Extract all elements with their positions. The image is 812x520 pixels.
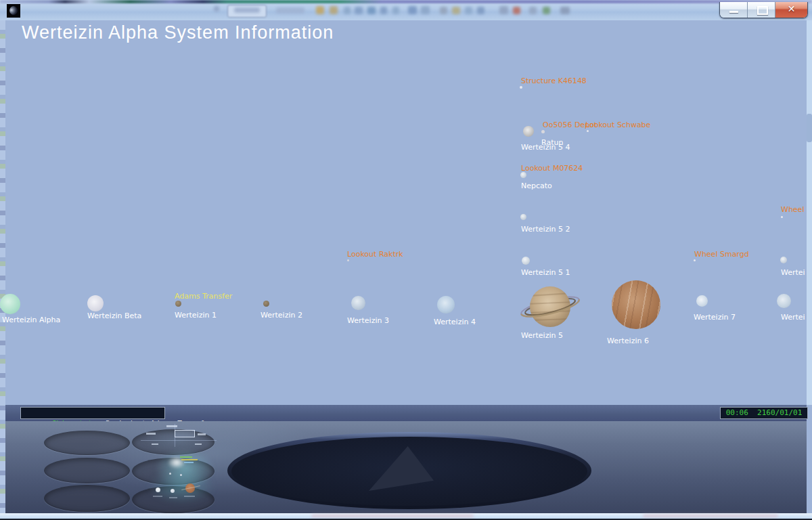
station-label-adams-transfer[interactable]: Adams Transfer <box>175 292 232 301</box>
game-window: ✕ Werteizin Alpha System Information Wer… <box>0 0 812 520</box>
minimize-button[interactable] <box>720 2 748 18</box>
dish-triangle <box>369 446 434 491</box>
station-wheel[interactable] <box>781 216 783 218</box>
station-label-lookout-schwabe[interactable]: Lookout Schwabe <box>585 121 650 129</box>
body-werteizin-7[interactable] <box>696 295 708 307</box>
body-label: Werteizin 4 <box>434 318 476 326</box>
body-label: Werteizin 3 <box>347 316 389 325</box>
background-window-left-edge <box>0 20 5 513</box>
station-label-wheel-smargd[interactable]: Wheel Smargd <box>694 250 749 259</box>
body-label: Werteizin 1 <box>175 311 217 320</box>
console-dish-inner <box>231 437 587 506</box>
body-nepcato[interactable] <box>520 172 526 178</box>
holo-display <box>127 421 226 513</box>
body-label: Werteizin Beta <box>87 311 141 320</box>
body-werteizin-5[interactable] <box>519 281 581 332</box>
body-label: Werteizin 5 1 <box>521 268 570 277</box>
station-oo5056-depot[interactable] <box>541 130 545 133</box>
station-wheel-smargd[interactable] <box>694 259 696 261</box>
background-window-right-edge <box>807 405 812 513</box>
body-werteizin-5-1[interactable] <box>522 257 530 265</box>
ship-state-box: Ship state: Docked at Adams Transfer <box>20 407 165 419</box>
body-label: Werteizin Alpha <box>2 316 60 324</box>
close-icon: ✕ <box>775 3 807 14</box>
scrollbar-thumb[interactable] <box>807 114 812 142</box>
body-right-moon[interactable] <box>780 257 787 263</box>
holo-selected-box <box>175 430 195 437</box>
window-bottom-frame <box>0 513 812 519</box>
body-right-planet[interactable] <box>777 294 791 308</box>
body-label: Nepcato <box>521 181 552 190</box>
minimize-icon <box>729 11 738 13</box>
body-label: Werteizin 5 <box>521 331 563 340</box>
body-werteizin-5-2[interactable] <box>520 214 526 220</box>
body-werteizin-alpha[interactable] <box>0 294 20 314</box>
holo-planet <box>171 489 175 493</box>
station-lookout-raktrk[interactable] <box>347 259 349 261</box>
page-title: Werteizin Alpha System Information <box>22 22 334 43</box>
planet-icon <box>9 6 18 15</box>
station-lookout-schwabe[interactable] <box>587 130 589 132</box>
body-label: Werteizin 6 <box>607 337 649 345</box>
station-structure-k46148[interactable] <box>520 86 522 89</box>
background-app-strip <box>0 0 812 3</box>
console-dish <box>227 432 591 509</box>
body-label: Werteizin 2 <box>261 311 302 320</box>
body-werteizin-4[interactable] <box>437 296 455 313</box>
body-werteizin-6[interactable] <box>612 280 660 329</box>
clock: 00:06 2160/01/01 <box>720 407 808 419</box>
game-app-icon <box>7 4 20 18</box>
planet-texture <box>612 280 660 329</box>
hud-status-bar: Ship state: Docked at Adams Transfer 00:… <box>5 405 807 421</box>
background-scrollbar[interactable] <box>807 20 812 405</box>
body-werteizin-5-4[interactable] <box>523 126 534 137</box>
station-label-structure-k46148[interactable]: Structure K46148 <box>521 77 587 85</box>
body-werteizin-3[interactable] <box>351 296 365 310</box>
holo-planet <box>156 488 160 492</box>
body-werteizin-1[interactable] <box>175 301 181 307</box>
window-controls: ✕ <box>719 2 808 18</box>
console-pad[interactable] <box>44 458 130 483</box>
station-label-wheel[interactable]: Wheel <box>781 205 804 214</box>
maximize-button[interactable] <box>748 2 775 18</box>
cockpit-console <box>5 421 807 513</box>
body-label: Werteizin 5 2 <box>521 225 570 234</box>
window-titlebar[interactable]: ✕ <box>0 0 812 20</box>
console-pad[interactable] <box>44 431 130 455</box>
station-label-lookout-m07624[interactable]: Lookout M07624 <box>521 164 583 173</box>
body-werteizin-beta[interactable] <box>87 295 104 311</box>
body-label: Werteizin 7 <box>694 313 736 322</box>
body-werteizin-2[interactable] <box>263 301 269 307</box>
console-pad[interactable] <box>44 485 130 512</box>
station-label-lookout-raktrk[interactable]: Lookout Raktrk <box>347 250 403 259</box>
body-label: Wertei <box>781 313 805 322</box>
body-label: Werteizin 5 4 <box>521 143 570 152</box>
close-button[interactable]: ✕ <box>775 2 807 18</box>
body-label: Wertei <box>781 268 805 277</box>
maximize-icon <box>757 6 768 15</box>
